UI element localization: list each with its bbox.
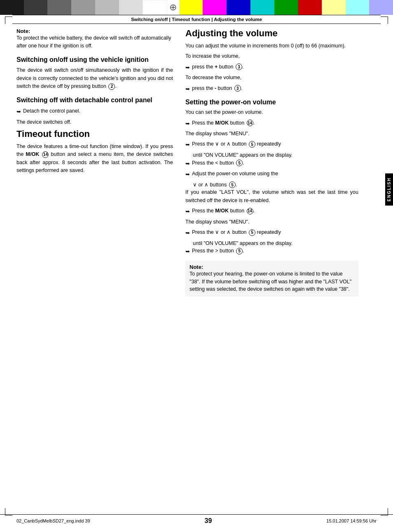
section-vehicle-ignition: Switching on/off using the vehicle ignit… — [16, 56, 173, 91]
instruction-press-mok-2: ➥ Press the M/OK button 14. — [185, 207, 358, 216]
last-vol-text: If you enable "LAST VOL", the volume whi… — [185, 188, 358, 205]
language-tab: ENGLISH — [385, 173, 393, 205]
timeout-body-text: The device features a time-out function … — [16, 143, 173, 175]
corner-mark-tr — [381, 16, 388, 24]
button-num-14a: 14 — [247, 120, 253, 126]
corner-mark-tl — [5, 16, 12, 24]
note-box-battery: Note: To protect the vehicle battery, th… — [16, 28, 173, 50]
page-footer: 02_CanbSydMelbSD27_eng.indd 39 39 15.01.… — [0, 514, 393, 527]
note-text: To protect the vehicle battery, the devi… — [16, 34, 173, 50]
section-heading-ignition: Switching on/off using the vehicle ignit… — [16, 56, 173, 64]
swatch-2 — [24, 0, 48, 15]
volume-range-text: You can adjust the volume in increments … — [185, 42, 358, 50]
arrow-icon-adjust: ➥ — [185, 170, 190, 179]
section-adjusting-volume: Adjusting the volume You can adjust the … — [185, 28, 358, 93]
button-num-5c: 5 — [229, 181, 236, 188]
power-on-intro: You can set the power-on volume. — [185, 108, 358, 116]
swatch-15 — [346, 0, 370, 15]
arrow-icon-mok2: ➥ — [185, 207, 190, 216]
swatch-1 — [0, 0, 24, 15]
note-label: Note: — [16, 28, 173, 34]
note-box-hearing: Note: To protect your hearing, the power… — [185, 261, 358, 297]
increase-volume-label: To increase the volume, — [185, 52, 358, 60]
swatch-10 — [227, 0, 250, 15]
crosshair-icon: ⊕ — [169, 2, 177, 13]
instruction-press-vol-nav-2: ➥ Press the ∨ or ∧ button 5 repeatedly — [185, 228, 358, 237]
section-power-on-volume: Setting the power-on volume You can set … — [185, 99, 358, 297]
swatch-9 — [203, 0, 227, 15]
page-header: Switching on/off | Timeout function | Ad… — [12, 15, 381, 24]
arrow-icon-decrease: ➥ — [185, 85, 190, 93]
page-number: 39 — [205, 517, 212, 525]
button-num-5e: 5 — [236, 248, 243, 254]
button-num-5b: 5 — [236, 160, 243, 166]
swatch-7 — [143, 0, 167, 15]
swatch-13 — [298, 0, 322, 15]
instruction-press-vol-nav-1: ➥ Press the ∨ or ∧ button 5 repeatedly — [185, 140, 358, 149]
right-column: Adjusting the volume You can adjust the … — [185, 28, 358, 302]
top-color-bar: ⊕ — [0, 0, 393, 15]
instruction-press-mok-1: ➥ Press the M/OK button 14. — [185, 119, 358, 128]
ignition-body-text: The device will switch on/off simultaneo… — [16, 66, 173, 90]
indent-arrows: ∨ or ∧ buttons 5. — [185, 181, 358, 189]
section-heading-timeout: Timeout function — [16, 129, 173, 139]
note-label-hearing: Note: — [189, 264, 354, 270]
button-num-2: 2 — [108, 83, 115, 90]
swatch-14 — [322, 0, 346, 15]
left-column: Note: To protect the vehicle battery, th… — [16, 28, 173, 302]
indent-on-volume-2: until "ON VOLUME" appears on the display… — [185, 240, 358, 247]
arrow-icon-increase: ➥ — [185, 64, 190, 72]
heading-adjusting-volume: Adjusting the volume — [185, 28, 358, 39]
main-content: Note: To protect the vehicle battery, th… — [12, 28, 381, 302]
swatch-3 — [47, 0, 71, 15]
footer-file-info: 02_CanbSydMelbSD27_eng.indd 39 — [16, 518, 90, 523]
button-num-5a: 5 — [249, 141, 255, 148]
instruction-press-right: ➥ Press the > button 5. — [185, 247, 358, 256]
swatch-16 — [369, 0, 393, 15]
section-heading-detachable: Switching off with detachable control pa… — [16, 96, 173, 105]
instruction-detach: ➥ Detach the control panel. — [16, 107, 173, 116]
swatch-11 — [250, 0, 274, 15]
instruction-decrease-volume: ➥ press the - button 3. — [185, 85, 358, 93]
button-num-14-timeout: 14 — [42, 151, 49, 158]
note-text-hearing: To protect your hearing, the power-on vo… — [189, 270, 354, 293]
heading-power-on-volume: Setting the power-on volume — [185, 99, 358, 106]
swatch-6 — [119, 0, 143, 15]
decrease-volume-label: To decrease the volume, — [185, 74, 358, 82]
button-num-14b: 14 — [247, 208, 253, 214]
swatch-8 — [179, 0, 203, 15]
arrow-icon-left: ➥ — [185, 160, 190, 168]
instruction-press-left: ➥ Press the < button 5. — [185, 159, 358, 168]
button-num-3a: 3 — [236, 64, 242, 70]
indent-on-volume-1: until "ON VOLUME" appears on the display… — [185, 151, 358, 159]
swatch-4 — [71, 0, 95, 15]
arrow-icon-1: ➥ — [16, 108, 21, 116]
device-switches-off-text: The device switches off. — [16, 118, 173, 126]
display-menu-1: The display shows "MENU". — [185, 130, 358, 138]
section-detachable-panel: Switching off with detachable control pa… — [16, 96, 173, 126]
display-menu-2: The display shows "MENU". — [185, 218, 358, 226]
arrow-icon-right: ➥ — [185, 247, 190, 256]
footer-date-info: 15.01.2007 14:59:56 Uhr — [326, 518, 377, 523]
arrow-icon-nav1: ➥ — [185, 141, 190, 149]
arrow-icon-mok1: ➥ — [185, 120, 190, 128]
swatch-12 — [274, 0, 298, 15]
instruction-increase-volume: ➥ press the + button 3. — [185, 63, 358, 72]
instruction-adjust-power-on: ➥ Adjust the power-on volume using the — [185, 170, 358, 179]
button-num-3b: 3 — [234, 85, 241, 92]
swatch-5 — [95, 0, 119, 15]
button-num-5d: 5 — [249, 229, 255, 236]
section-timeout: Timeout function The device features a t… — [16, 129, 173, 175]
arrow-icon-nav2: ➥ — [185, 229, 190, 237]
